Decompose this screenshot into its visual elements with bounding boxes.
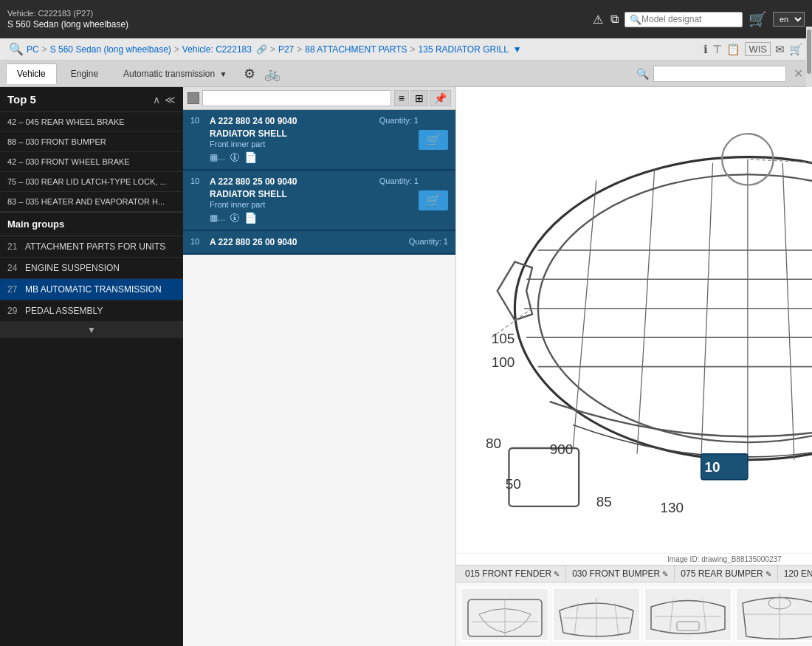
part-doc-btn-2[interactable]: 📄 xyxy=(244,212,257,224)
search-icon: 🔍 xyxy=(630,14,641,25)
thumb-tabs: 015 FRONT FENDER ✎ 030 FRONT BUMPER ✎ 07… xyxy=(456,566,812,583)
tab-vehicle[interactable]: Vehicle xyxy=(6,63,57,84)
part-doc-btn-1[interactable]: 📄 xyxy=(244,151,257,163)
diagram-svg: 40 20 30 110 105 100 80 900 85 130 15 10… xyxy=(456,87,812,553)
zoom-in-icon[interactable]: 🔍 xyxy=(9,42,24,56)
thumb-tab-bumper[interactable]: 030 FRONT BUMPER ✎ xyxy=(566,566,675,582)
part-item[interactable]: 10 A 222 880 25 00 9040 Quantity: 1 RADI… xyxy=(183,171,455,231)
list-item[interactable]: 42 – 030 FRONT WHEEL BRAKE xyxy=(0,152,183,172)
center-toolbar: ≡ ⊞ 📌 xyxy=(183,87,455,110)
tab-bike-icon[interactable]: 🚲 xyxy=(261,63,283,85)
cart-icon[interactable]: 🛒 xyxy=(749,10,767,28)
thumb-card-fender[interactable] xyxy=(461,587,549,642)
svg-text:105: 105 xyxy=(492,331,515,346)
thumb-card-front-bumper[interactable] xyxy=(552,587,641,642)
thumb-tab-fender[interactable]: 015 FRONT FENDER ✎ xyxy=(459,566,566,582)
thumb-tab-hood[interactable]: 120 ENGINE HOOD ✎ xyxy=(778,566,812,582)
image-id: Image ID: drawing_B88135000237 xyxy=(456,553,812,565)
tab-automatic-transmission[interactable]: Automatic transmission ▼ xyxy=(112,63,238,84)
breadcrumb-radiator-grill[interactable]: 135 RADIATOR GRILL xyxy=(419,44,509,55)
tab-engine[interactable]: Engine xyxy=(60,63,109,84)
main-groups-title: Main groups xyxy=(0,212,183,236)
svg-line-8 xyxy=(637,168,655,453)
breadcrumb-vehicle[interactable]: Vehicle: C222183 xyxy=(182,44,252,55)
svg-line-11 xyxy=(782,163,794,460)
part-item[interactable]: 10 A 222 880 24 00 9040 Quantity: 1 RADI… xyxy=(183,110,455,171)
breadcrumb-pc[interactable]: PC xyxy=(27,44,39,55)
warning-icon[interactable]: ⚠ xyxy=(593,13,603,27)
part-table-btn-1[interactable]: ▦... xyxy=(210,152,225,162)
svg-line-42 xyxy=(670,599,673,634)
vehicle-model: S 560 Sedan (long wheelbase) xyxy=(7,19,128,30)
toolbar-color-box xyxy=(187,92,199,104)
vehicle-id: Vehicle: C222183 (P27) xyxy=(7,9,128,18)
copy-icon[interactable]: ⧉ xyxy=(610,13,619,26)
top-bar-right: ⚠ ⧉ 🔍 🛒 en de fr xyxy=(593,10,805,28)
edit-icon: ✎ xyxy=(662,570,668,578)
pin-view-btn[interactable]: 📌 xyxy=(430,90,451,106)
group-item-24[interactable]: 24 ENGINE SUSPENSION xyxy=(0,258,183,279)
svg-text:900: 900 xyxy=(550,441,574,457)
group-item-29[interactable]: 29 PEDAL ASSEMBLY xyxy=(0,300,183,322)
tab-settings-icon[interactable]: ⚙ xyxy=(241,63,258,85)
part-table-btn-2[interactable]: ▦... xyxy=(210,213,225,223)
svg-rect-44 xyxy=(677,622,699,630)
part-item[interactable]: 10 A 222 880 26 00 9040 Quantity: 1 xyxy=(183,231,455,255)
top5-header: Top 5 ∧ ≪ xyxy=(0,87,183,112)
thumbs-row xyxy=(456,583,812,646)
part-cart-btn-2[interactable]: 🛒 xyxy=(419,190,448,210)
info-icon[interactable]: ℹ xyxy=(703,42,708,56)
grid-view-btn[interactable]: ⊞ xyxy=(410,90,428,106)
thumb-card-engine-hood[interactable] xyxy=(735,587,812,642)
top5-collapse-btn[interactable]: ∧ xyxy=(153,94,160,106)
model-search-input[interactable] xyxy=(641,14,737,24)
right-panel: 40 20 30 110 105 100 80 900 85 130 15 10… xyxy=(456,87,812,646)
svg-text:100: 100 xyxy=(492,354,515,370)
breadcrumb-dropdown[interactable]: 🔗 xyxy=(256,44,267,55)
filter-icon[interactable]: ⊤ xyxy=(712,42,722,56)
top5-title: Top 5 xyxy=(7,93,36,106)
svg-text:130: 130 xyxy=(661,500,684,515)
mail-icon[interactable]: ✉ xyxy=(775,42,785,56)
list-item[interactable]: 88 – 030 FRONT BUMPER xyxy=(0,132,183,152)
breadcrumb-grill-dropdown[interactable]: ▼ xyxy=(513,44,522,55)
breadcrumb-model[interactable]: S 560 Sedan (long wheelbase) xyxy=(50,44,171,55)
thumbnails-section: 015 FRONT FENDER ✎ 030 FRONT BUMPER ✎ 07… xyxy=(456,565,812,646)
breadcrumb-p27[interactable]: P27 xyxy=(278,44,294,55)
tab-bar: Vehicle Engine Automatic transmission ▼ … xyxy=(0,61,812,87)
thumb-card-rear-bumper[interactable] xyxy=(644,587,732,642)
tab-dropdown-icon: ▼ xyxy=(219,70,227,78)
top5-close-btn[interactable]: ≪ xyxy=(165,94,176,106)
group-scroll-down[interactable]: ▼ xyxy=(0,322,183,338)
diagram-area: 40 20 30 110 105 100 80 900 85 130 15 10… xyxy=(456,87,812,553)
svg-text:80: 80 xyxy=(486,436,501,451)
edit-icon: ✎ xyxy=(765,570,771,578)
breadcrumb-attachment-parts[interactable]: 88 ATTACHMENT PARTS xyxy=(305,44,407,55)
top-bar-icons: ⚠ ⧉ xyxy=(593,13,619,27)
cart-header-icon[interactable]: 🛒 xyxy=(789,42,803,56)
tab-bar-search: 🔍 ✕ xyxy=(636,63,806,83)
thumb-tab-rear-bumper[interactable]: 075 REAR BUMPER ✎ xyxy=(675,566,777,582)
left-panel: Top 5 ∧ ≪ 42 – 045 REAR WHEEL BRAKE 88 –… xyxy=(0,87,183,646)
part-info-btn-1[interactable]: 🛈 xyxy=(230,151,240,163)
list-view-btn[interactable]: ≡ xyxy=(394,90,409,106)
model-search-box: 🔍 xyxy=(625,12,743,27)
language-select[interactable]: en de fr xyxy=(773,12,805,27)
main-content: Top 5 ∧ ≪ 42 – 045 REAR WHEEL BRAKE 88 –… xyxy=(0,87,812,646)
svg-line-40 xyxy=(615,603,619,636)
center-panel: ≡ ⊞ 📌 10 A 222 880 24 00 9040 Quantity: … xyxy=(183,87,456,646)
tab-search-clear[interactable]: ✕ xyxy=(791,63,806,83)
group-item-27[interactable]: 27 MB AUTOMATIC TRANSMISSION xyxy=(0,279,183,300)
svg-line-43 xyxy=(703,599,706,634)
tab-search-input[interactable] xyxy=(653,66,786,82)
wis-icon[interactable]: WIS xyxy=(745,42,771,56)
group-item-21[interactable]: 21 ATTACHMENT PARTS FOR UNITS xyxy=(0,236,183,258)
list-item[interactable]: 42 – 045 REAR WHEEL BRAKE xyxy=(0,112,183,132)
list-item[interactable]: 75 – 030 REAR LID LATCH-TYPE LOCK, ... xyxy=(0,172,183,192)
doc-alert-icon[interactable]: 📋 xyxy=(726,42,740,56)
svg-text:10: 10 xyxy=(705,459,720,475)
list-item[interactable]: 83 – 035 HEATER AND EVAPORATOR H... xyxy=(0,192,183,212)
part-cart-btn-1[interactable]: 🛒 xyxy=(419,130,448,150)
parts-search-input[interactable] xyxy=(202,90,391,106)
part-info-btn-2[interactable]: 🛈 xyxy=(230,212,240,224)
